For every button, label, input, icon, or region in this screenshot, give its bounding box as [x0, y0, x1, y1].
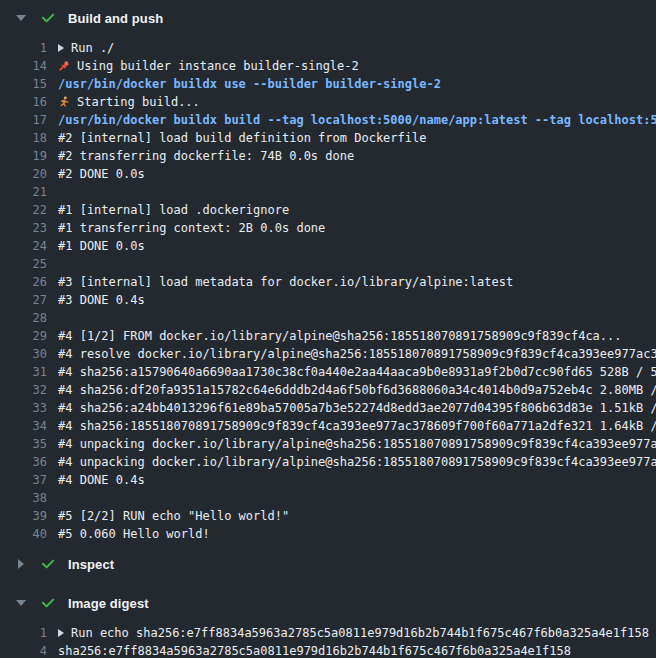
line-number[interactable]: 21	[0, 183, 47, 201]
line-text: Run ./	[71, 39, 114, 57]
line-icon-slot	[58, 60, 70, 72]
section-header-build-and-push[interactable]: Build and push	[0, 0, 656, 36]
line-number[interactable]: 34	[0, 417, 47, 435]
log-line: 40 #5 0.060 Hello world!	[0, 525, 656, 543]
log-line: 22 #1 [internal] load .dockerignore	[0, 201, 656, 219]
line-text: /usr/bin/docker buildx build --tag local…	[58, 111, 656, 129]
log-line: 34 #4 sha256:185518070891758909c9f839cf4…	[0, 417, 656, 435]
section-lines-image-digest: 1 Run echo sha256:e7ff8834a5963a2785c5a0…	[0, 624, 656, 658]
log-line: 36 #4 unpacking docker.io/library/alpine…	[0, 453, 656, 471]
log-line: 26 #3 [internal] load metadata for docke…	[0, 273, 656, 291]
line-number[interactable]: 39	[0, 507, 47, 525]
log-line: 39 #5 [2/2] RUN echo "Hello world!"	[0, 507, 656, 525]
log-line: 1 Run echo sha256:e7ff8834a5963a2785c5a0…	[0, 624, 656, 642]
line-text: #5 [2/2] RUN echo "Hello world!"	[58, 507, 289, 525]
line-text: /usr/bin/docker buildx use --builder bui…	[58, 75, 441, 93]
line-text: #4 DONE 0.4s	[58, 471, 145, 489]
log-line: 1 Run ./	[0, 39, 656, 57]
line-number[interactable]: 1	[0, 39, 47, 57]
success-check-icon	[40, 595, 56, 611]
section-inspect: Inspect	[0, 546, 656, 582]
line-number[interactable]: 20	[0, 165, 47, 183]
line-number[interactable]: 23	[0, 219, 47, 237]
log-line: 14 Using builder instance builder-single…	[0, 57, 656, 75]
line-text: #4 sha256:a24bb4013296f61e89ba57005a7b3e…	[58, 399, 656, 417]
log-line: 28	[0, 309, 656, 327]
log-line: 27 #3 DONE 0.4s	[0, 291, 656, 309]
line-number[interactable]: 19	[0, 147, 47, 165]
line-text: #4 sha256:df20fa9351a15782c64e6dddb2d4a6…	[58, 381, 656, 399]
line-number[interactable]: 30	[0, 345, 47, 363]
line-number[interactable]: 15	[0, 75, 47, 93]
chevron-down-icon[interactable]	[15, 597, 27, 609]
line-number[interactable]: 24	[0, 237, 47, 255]
line-text: #2 [internal] load build definition from…	[58, 129, 426, 147]
log-line: 4 sha256:e7ff8834a5963a2785c5a0811e979d1…	[0, 642, 656, 658]
line-number[interactable]: 37	[0, 471, 47, 489]
chevron-right-icon[interactable]	[15, 558, 27, 570]
log-line: 18 #2 [internal] load build definition f…	[0, 129, 656, 147]
success-check-icon	[40, 556, 56, 572]
line-number[interactable]: 1	[0, 624, 47, 642]
line-icon-slot	[58, 629, 64, 637]
line-number[interactable]: 38	[0, 489, 47, 507]
runner-icon	[58, 96, 70, 108]
log-line: 24 #1 DONE 0.0s	[0, 237, 656, 255]
line-text: #2 DONE 0.0s	[58, 165, 145, 183]
line-text: #4 sha256:185518070891758909c9f839cf4ca3…	[58, 417, 656, 435]
line-number[interactable]: 14	[0, 57, 47, 75]
log-line: 33 #4 sha256:a24bb4013296f61e89ba57005a7…	[0, 399, 656, 417]
log-line: 35 #4 unpacking docker.io/library/alpine…	[0, 435, 656, 453]
line-text: #1 transferring context: 2B 0.0s done	[58, 219, 325, 237]
success-check-icon	[40, 10, 56, 26]
section-title: Inspect	[68, 557, 114, 572]
line-number[interactable]: 22	[0, 201, 47, 219]
pushpin-icon	[58, 60, 70, 72]
log-line: 16 Starting build...	[0, 93, 656, 111]
line-number[interactable]: 18	[0, 129, 47, 147]
line-number[interactable]: 27	[0, 291, 47, 309]
section-header-image-digest[interactable]: Image digest	[0, 585, 656, 621]
log-line: 21	[0, 183, 656, 201]
line-number[interactable]: 28	[0, 309, 47, 327]
section-title: Image digest	[68, 596, 149, 611]
line-number[interactable]: 25	[0, 255, 47, 273]
line-text: #1 [internal] load .dockerignore	[58, 201, 289, 219]
line-text: #1 DONE 0.0s	[58, 237, 145, 255]
line-text: #5 0.060 Hello world!	[58, 525, 210, 543]
line-number[interactable]: 35	[0, 435, 47, 453]
line-text: #4 [1/2] FROM docker.io/library/alpine@s…	[58, 327, 622, 345]
line-number[interactable]: 16	[0, 93, 47, 111]
log-line: 37 #4 DONE 0.4s	[0, 471, 656, 489]
log-line: 38	[0, 489, 656, 507]
line-number[interactable]: 40	[0, 525, 47, 543]
line-text: Using builder instance builder-single-2	[77, 57, 359, 75]
log-line: 32 #4 sha256:df20fa9351a15782c64e6dddb2d…	[0, 381, 656, 399]
expander-icon[interactable]	[58, 629, 64, 637]
line-text: #3 [internal] load metadata for docker.i…	[58, 273, 513, 291]
line-number[interactable]: 36	[0, 453, 47, 471]
line-number[interactable]: 4	[0, 642, 47, 658]
section-image-digest: Image digest 1 Run echo sha256:e7ff8834a…	[0, 585, 656, 658]
line-text: sha256:e7ff8834a5963a2785c5a0811e979d16b…	[58, 642, 571, 658]
expander-icon[interactable]	[58, 44, 64, 52]
line-number[interactable]: 33	[0, 399, 47, 417]
chevron-down-icon[interactable]	[15, 12, 27, 24]
section-lines-build-and-push: 1 Run ./ 14 Using builder instance build…	[0, 39, 656, 543]
section-title: Build and push	[68, 11, 163, 26]
log-line: 17 /usr/bin/docker buildx build --tag lo…	[0, 111, 656, 129]
line-text: #2 transferring dockerfile: 74B 0.0s don…	[58, 147, 354, 165]
line-number[interactable]: 31	[0, 363, 47, 381]
log-line: 31 #4 sha256:a15790640a6690aa1730c38cf0a…	[0, 363, 656, 381]
line-text: #4 sha256:a15790640a6690aa1730c38cf0a440…	[58, 363, 656, 381]
line-number[interactable]: 32	[0, 381, 47, 399]
section-build-and-push: Build and push 1 Run ./ 14 Using builder…	[0, 0, 656, 543]
section-header-inspect[interactable]: Inspect	[0, 546, 656, 582]
line-number[interactable]: 29	[0, 327, 47, 345]
log-line: 19 #2 transferring dockerfile: 74B 0.0s …	[0, 147, 656, 165]
line-text: #3 DONE 0.4s	[58, 291, 145, 309]
workflow-log-viewer: Build and push 1 Run ./ 14 Using builder…	[0, 0, 656, 658]
line-number[interactable]: 26	[0, 273, 47, 291]
line-number[interactable]: 17	[0, 111, 47, 129]
line-text: Starting build...	[77, 93, 200, 111]
